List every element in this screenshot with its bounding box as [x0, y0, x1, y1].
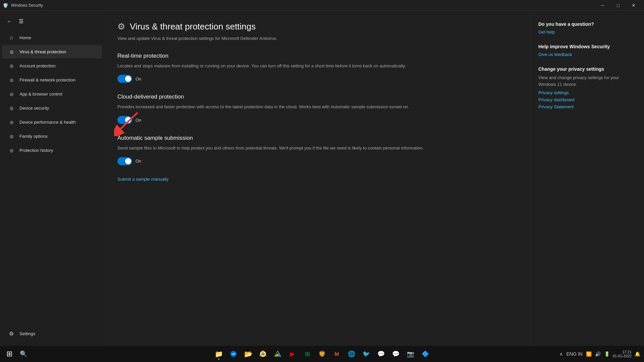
cloud-title: Cloud-delivered protection: [117, 94, 517, 100]
nav-item-history[interactable]: ◎ Protection history: [2, 143, 102, 157]
real-time-desc: Locates and stops malware from installin…: [117, 63, 517, 70]
nav-label-account: Account protection: [19, 63, 56, 68]
main-content: ⚙ Virus & threat protection settings Vie…: [104, 11, 530, 346]
app-icon: 🛡️: [3, 3, 8, 8]
nav-item-device-health[interactable]: ◎ Device performance & health: [2, 115, 102, 129]
settings-icon: ⚙: [8, 330, 15, 337]
cloud-section: Cloud-delivered protection Provides incr…: [117, 94, 517, 124]
right-panel: Do you have a question? Get help Help im…: [530, 11, 644, 346]
taskbar-whatsapp[interactable]: 💬: [389, 347, 402, 361]
nav-item-firewall[interactable]: ◎ Firewall & network protection: [2, 73, 102, 86]
privacy-dashboard-link[interactable]: Privacy dashboard: [538, 97, 636, 102]
maximize-button[interactable]: □: [610, 0, 626, 11]
privacy-title: Change your privacy settings: [538, 66, 636, 72]
nav-item-home[interactable]: ⌂ Home: [2, 31, 102, 44]
systray-battery[interactable]: 🔋: [603, 351, 611, 357]
submit-sample-link[interactable]: Submit a sample manually: [117, 177, 168, 182]
nav-item-account[interactable]: ◎ Account protection: [2, 59, 102, 72]
page-header: ⚙ Virus & threat protection settings: [117, 21, 517, 32]
titlebar: 🛡️ Windows Security ─ □ ✕: [0, 0, 644, 11]
nav-label-home: Home: [19, 35, 31, 40]
real-time-toggle-row: On: [117, 75, 517, 83]
real-time-section: Real-time protection Locates and stops m…: [117, 53, 517, 83]
clock-date: 01-01-2022: [613, 354, 632, 358]
sidebar: ← ☰ ⌂ Home ◎ Virus & threat protection ◎…: [0, 11, 104, 346]
auto-sample-toggle[interactable]: [117, 157, 132, 165]
auto-sample-desc: Send sample files to Microsoft to help p…: [117, 145, 517, 152]
systray: ∧ ENG IN 🛜 🔊 🔋: [558, 351, 610, 357]
nav-label-device-health: Device performance & health: [19, 120, 76, 125]
back-button[interactable]: ←: [5, 17, 13, 26]
taskbar-edge2[interactable]: 🌐: [345, 347, 358, 361]
taskbar-teams[interactable]: 💬: [374, 347, 388, 361]
nav-label-firewall: Firewall & network protection: [19, 77, 75, 82]
hamburger-button[interactable]: ☰: [17, 17, 25, 26]
app-browser-icon: ◎: [8, 90, 15, 97]
feedback-link[interactable]: Give us feedback: [538, 52, 636, 57]
real-time-toggle[interactable]: [117, 75, 132, 83]
auto-sample-title: Automatic sample submission: [117, 135, 517, 141]
taskbar-bt[interactable]: bt: [330, 347, 343, 361]
page-title: Virus & threat protection settings: [130, 21, 256, 32]
nav-item-app[interactable]: ◎ App & browser control: [2, 87, 102, 101]
titlebar-left: 🛡️ Windows Security: [3, 3, 43, 8]
notification-icon[interactable]: 🔔: [634, 351, 641, 357]
nav-item-family[interactable]: ◎ Family options: [2, 129, 102, 143]
nav-item-virus[interactable]: ◎ Virus & threat protection: [2, 45, 102, 58]
cloud-desc: Provides increased and faster protection…: [117, 104, 517, 111]
taskbar-gdrive[interactable]: [271, 347, 284, 361]
sidebar-top: ← ☰: [0, 13, 104, 29]
systray-chevron[interactable]: ∧: [558, 351, 564, 357]
taskbar-twitter[interactable]: 🐦: [360, 347, 373, 361]
real-time-toggle-label: On: [136, 76, 141, 81]
nav-item-device-security[interactable]: ◎ Device security: [2, 101, 102, 115]
privacy-settings-link[interactable]: Privacy settings: [538, 90, 636, 95]
lang-label: ENG IN: [566, 351, 582, 357]
device-security-icon: ◎: [8, 105, 15, 111]
minimize-button[interactable]: ─: [595, 0, 610, 11]
page-header-icon: ⚙: [117, 21, 125, 32]
privacy-section: Change your privacy settings View and ch…: [538, 66, 636, 109]
sidebar-bottom: ⚙ Settings: [0, 326, 104, 346]
nav-label-app: App & browser control: [19, 92, 62, 97]
taskbar-chrome[interactable]: [256, 347, 270, 361]
nav-label-settings: Settings: [19, 331, 35, 336]
privacy-statement-link[interactable]: Privacy Statement: [538, 104, 636, 109]
taskbar-clock[interactable]: 17:21 01-01-2022: [613, 350, 632, 358]
taskbar-right: ∧ ENG IN 🛜 🔊 🔋 17:21 01-01-2022 🔔: [558, 350, 641, 358]
systray-sound[interactable]: 🔊: [594, 351, 602, 357]
cloud-toggle[interactable]: [117, 116, 132, 124]
nav-item-settings[interactable]: ⚙ Settings: [2, 327, 102, 340]
taskbar-edge[interactable]: [227, 347, 240, 361]
start-button[interactable]: ⊞: [3, 347, 16, 361]
nav-label-device-security: Device security: [19, 106, 49, 111]
clock-time: 17:21: [613, 350, 632, 354]
taskbar-explorer[interactable]: 📁: [212, 347, 225, 361]
titlebar-controls: ─ □ ✕: [595, 0, 641, 11]
nav-label-history: Protection history: [19, 148, 53, 153]
get-help-link[interactable]: Get help: [538, 29, 636, 35]
privacy-desc: View and change privacy settings for you…: [538, 74, 636, 87]
taskbar-windows-security[interactable]: 🔷: [419, 347, 432, 361]
question-title: Do you have a question?: [538, 21, 636, 27]
app-body: ← ☰ ⌂ Home ◎ Virus & threat protection ◎…: [0, 11, 644, 346]
taskbar-files[interactable]: 📂: [241, 347, 255, 361]
close-button[interactable]: ✕: [626, 0, 641, 11]
systray-wifi[interactable]: 🛜: [585, 351, 593, 357]
home-icon: ⌂: [8, 34, 15, 41]
taskbar-sheets[interactable]: ⊞: [301, 347, 314, 361]
auto-sample-toggle-label: On: [136, 159, 141, 164]
taskbar: ⊞ 🔍 📁 📂 ▶ ⊞ 🦁 bt: [0, 346, 644, 362]
nav-label-family: Family options: [19, 134, 48, 139]
real-time-title: Real-time protection: [117, 53, 517, 59]
taskbar-photos[interactable]: 📷: [404, 347, 417, 361]
improve-title: Help improve Windows Security: [538, 44, 636, 49]
taskbar-youtube[interactable]: ▶: [286, 347, 299, 361]
search-button[interactable]: 🔍: [17, 348, 30, 360]
auto-sample-section: Automatic sample submission Send sample …: [117, 135, 517, 182]
taskbar-left: ⊞ 🔍: [3, 347, 30, 361]
systray-lang[interactable]: ENG IN: [565, 351, 583, 357]
taskbar-brave[interactable]: 🦁: [315, 347, 329, 361]
cloud-toggle-label: On: [136, 118, 141, 123]
device-health-icon: ◎: [8, 119, 15, 125]
